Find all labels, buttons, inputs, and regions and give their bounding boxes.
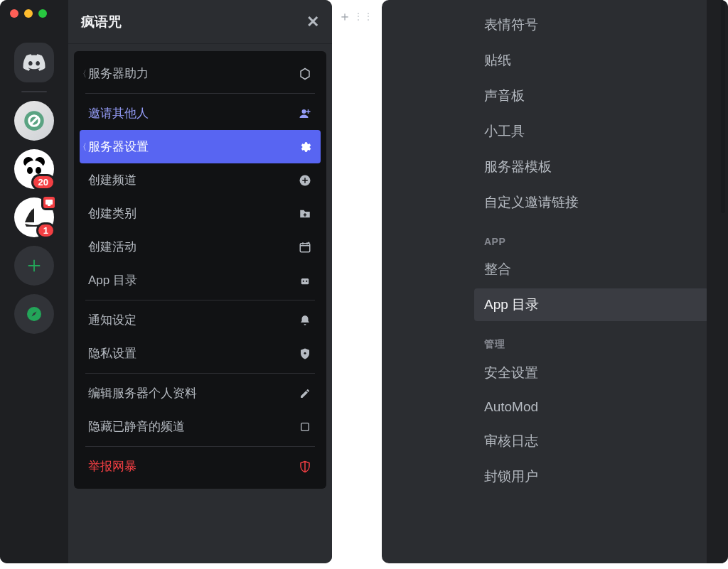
pencil-icon — [298, 388, 312, 399]
menu-app-directory[interactable]: App 目录 — [80, 264, 321, 297]
plus-icon — [26, 258, 42, 273]
svg-rect-11 — [300, 243, 310, 251]
boost-icon — [298, 67, 312, 80]
server-avatar-1[interactable] — [14, 101, 54, 141]
server-context-menu: 〈 服务器助力 邀请其他人 〈 服务器设置 创建频道 创建类别 — [74, 51, 326, 489]
scrollbar[interactable] — [721, 0, 725, 213]
server-settings-window: 表情符号 贴纸 声音板 小工具 服务器模板 自定义邀请链接 APP 整合 App… — [382, 0, 728, 563]
tab-controls: ＋ ⋮⋮ — [338, 10, 370, 23]
menu-invite-people[interactable]: 邀请其他人 — [80, 97, 321, 130]
settings-item-bans[interactable]: 封锁用户 — [474, 460, 709, 493]
robot-icon — [298, 274, 312, 287]
menu-separator — [85, 446, 315, 447]
channel-panel: 疯语咒 ✕ 〈 服务器助力 邀请其他人 〈 服务器设置 创建频道 — [68, 0, 332, 563]
menu-privacy-settings[interactable]: 隐私设置 — [80, 337, 321, 370]
svg-rect-6 — [46, 200, 53, 205]
menu-label: 隐私设置 — [88, 345, 136, 362]
calendar-plus-icon — [298, 241, 312, 254]
chevron-left-icon: 〈 — [78, 67, 87, 80]
settings-category-app: APP — [474, 222, 709, 253]
invite-person-icon — [298, 107, 312, 120]
folder-plus-icon — [298, 207, 312, 220]
menu-label: 隐藏已静音的频道 — [88, 418, 185, 435]
bell-icon — [298, 314, 312, 327]
svg-rect-7 — [48, 205, 50, 206]
menu-label: 创建活动 — [88, 239, 136, 255]
shield-star-icon — [298, 347, 312, 360]
menu-label: 服务器助力 — [88, 65, 149, 82]
chevron-left-icon: 〈 — [78, 141, 87, 153]
svg-point-15 — [304, 352, 306, 354]
menu-create-channel[interactable]: 创建频道 — [80, 163, 321, 197]
add-server-button[interactable] — [14, 246, 54, 286]
menu-label: 创建类别 — [88, 205, 136, 222]
avatar-image-icon — [23, 110, 45, 131]
settings-item-template[interactable]: 服务器模板 — [474, 151, 709, 183]
svg-point-4 — [27, 167, 33, 174]
notification-badge: 1 — [36, 222, 55, 239]
menu-separator — [85, 300, 315, 300]
server-title: 疯语咒 — [81, 13, 122, 31]
settings-item-widget[interactable]: 小工具 — [474, 115, 709, 148]
svg-point-9 — [302, 109, 306, 114]
menu-create-event[interactable]: 创建活动 — [80, 230, 321, 264]
window-minimize-dot[interactable] — [24, 9, 33, 18]
menu-edit-server-profile[interactable]: 编辑服务器个人资料 — [80, 376, 321, 410]
menu-label: 通知设定 — [88, 312, 136, 328]
close-icon[interactable]: ✕ — [306, 13, 319, 31]
menu-label: 举报网暴 — [88, 458, 136, 475]
new-tab-plus-icon[interactable]: ＋ — [338, 10, 351, 23]
server-separator — [21, 91, 47, 92]
window-traffic-lights — [10, 9, 47, 18]
explore-button[interactable] — [14, 294, 54, 334]
server-avatar-2[interactable]: 20 — [14, 149, 54, 189]
notification-badge: 20 — [31, 174, 55, 190]
menu-separator — [85, 93, 315, 94]
settings-category-moderation: 管理 — [474, 324, 709, 357]
menu-server-settings[interactable]: 〈 服务器设置 — [80, 130, 321, 163]
settings-item-integrations[interactable]: 整合 — [474, 253, 709, 286]
discord-main-window: 20 1 疯语咒 ✕ 〈 服务器助力 — [0, 0, 332, 563]
gear-icon — [298, 141, 312, 153]
menu-label: 编辑服务器个人资料 — [88, 385, 197, 401]
compass-icon — [26, 305, 43, 323]
menu-label: 邀请其他人 — [88, 105, 149, 121]
discord-logo-icon — [23, 54, 46, 71]
drag-grid-icon[interactable]: ⋮⋮ — [357, 10, 370, 23]
menu-label: 创建频道 — [88, 172, 136, 188]
server-list: 20 1 — [0, 0, 68, 563]
window-close-dot[interactable] — [10, 9, 18, 18]
settings-item-audit-log[interactable]: 审核日志 — [474, 425, 709, 457]
menu-notification-settings[interactable]: 通知设定 — [80, 303, 321, 337]
shield-alert-icon — [298, 460, 312, 473]
menu-label: 服务器设置 — [88, 139, 149, 155]
settings-item-emoji[interactable]: 表情符号 — [474, 9, 709, 41]
menu-label: App 目录 — [88, 272, 137, 288]
server-avatar-3[interactable]: 1 — [14, 197, 54, 237]
menu-hide-muted-channels[interactable]: 隐藏已静音的频道 — [80, 410, 321, 443]
settings-item-automod[interactable]: AutoMod — [474, 392, 709, 422]
settings-item-soundboard[interactable]: 声音板 — [474, 80, 709, 112]
menu-report-raid[interactable]: 举报网暴 — [80, 450, 321, 483]
settings-item-custom-invite[interactable]: 自定义邀请链接 — [474, 186, 709, 219]
window-maximize-dot[interactable] — [38, 9, 47, 18]
svg-point-5 — [36, 167, 41, 174]
plus-circle-icon — [298, 174, 312, 187]
menu-create-category[interactable]: 创建类别 — [80, 197, 321, 230]
menu-separator — [85, 373, 315, 374]
settings-item-stickers[interactable]: 贴纸 — [474, 44, 709, 77]
svg-point-13 — [303, 280, 304, 281]
discord-home-button[interactable] — [14, 43, 54, 82]
svg-rect-12 — [301, 278, 309, 284]
status-indicator-icon — [41, 195, 57, 210]
checkbox-empty-icon — [298, 421, 312, 433]
server-header[interactable]: 疯语咒 ✕ — [68, 0, 332, 44]
settings-item-safety[interactable]: 安全设置 — [474, 357, 709, 389]
svg-point-14 — [306, 280, 307, 281]
svg-rect-16 — [301, 423, 309, 430]
settings-sidebar: 表情符号 贴纸 声音板 小工具 服务器模板 自定义邀请链接 APP 整合 App… — [474, 9, 709, 496]
settings-item-app-directory[interactable]: App 目录 — [474, 288, 709, 321]
menu-server-boost[interactable]: 〈 服务器助力 — [80, 57, 321, 90]
